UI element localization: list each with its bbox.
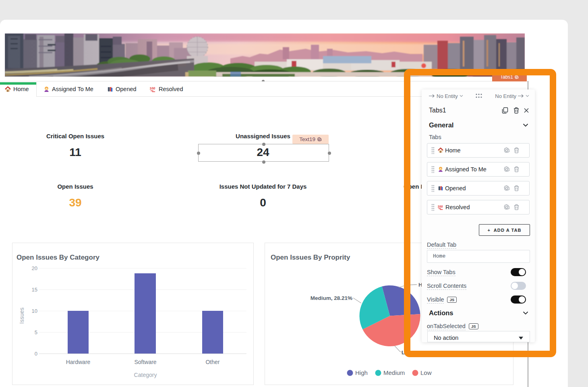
- svg-text:100: 100: [150, 86, 155, 90]
- svg-text:100: 100: [438, 205, 443, 208]
- svg-text:Medium, 28.21%: Medium, 28.21%: [311, 295, 352, 301]
- svg-text:Low: Low: [420, 369, 432, 376]
- svg-text:High: High: [355, 369, 368, 376]
- svg-text:Medium: Medium: [383, 369, 405, 376]
